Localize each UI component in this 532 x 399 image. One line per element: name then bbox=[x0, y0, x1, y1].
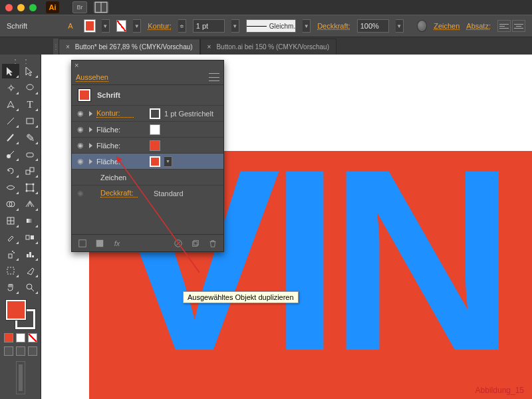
clear-appearance-icon[interactable] bbox=[173, 238, 184, 249]
symbol-sprayer-tool[interactable] bbox=[2, 247, 19, 261]
mesh-tool[interactable] bbox=[2, 213, 19, 228]
stroke-swatch-icon[interactable] bbox=[150, 108, 160, 119]
stroke-profile-dropdown[interactable]: ▼ bbox=[303, 19, 311, 33]
stroke-weight-input[interactable] bbox=[193, 19, 225, 33]
fill-swatch-icon[interactable] bbox=[150, 124, 160, 135]
fill-swatch[interactable] bbox=[84, 20, 95, 32]
new-art-basic-icon[interactable] bbox=[77, 238, 88, 249]
appearance-row-kontur[interactable]: ◉ Kontur: 1 pt Gestrichelt bbox=[72, 105, 223, 121]
eraser-tool[interactable] bbox=[21, 147, 39, 162]
duplicate-item-icon[interactable] bbox=[190, 238, 201, 249]
new-art-maintain-icon[interactable] bbox=[94, 238, 105, 249]
row-label[interactable]: Kontur: bbox=[96, 109, 134, 118]
fill-dropdown[interactable]: ▼ bbox=[102, 19, 110, 33]
rotate-tool[interactable] bbox=[2, 164, 19, 178]
screen-mode-button[interactable] bbox=[16, 361, 25, 394]
color-mode[interactable] bbox=[4, 333, 13, 342]
rectangle-tool[interactable] bbox=[21, 114, 39, 128]
line-tool[interactable] bbox=[2, 114, 19, 128]
fill-stroke-control[interactable] bbox=[6, 300, 35, 329]
stroke-dropdown[interactable]: ▼ bbox=[133, 19, 141, 33]
opacity-link[interactable]: Deckkraft: bbox=[317, 22, 350, 30]
expand-icon[interactable] bbox=[89, 143, 92, 148]
type-tool[interactable]: T bbox=[21, 97, 39, 112]
stroke-swatch[interactable] bbox=[116, 20, 127, 32]
gradient-mode[interactable] bbox=[16, 333, 25, 342]
fill-swatch-icon[interactable] bbox=[150, 140, 160, 151]
scale-tool[interactable] bbox=[21, 164, 39, 178]
close-tab-icon[interactable]: × bbox=[66, 43, 70, 51]
selection-tool[interactable] bbox=[2, 64, 19, 78]
kontur-link[interactable]: Kontur: bbox=[148, 22, 171, 30]
visibility-icon[interactable]: ◉ bbox=[76, 125, 85, 134]
svg-point-13 bbox=[33, 190, 35, 192]
zoom-tool[interactable] bbox=[21, 280, 39, 295]
hand-tool[interactable] bbox=[2, 280, 19, 295]
appearance-row-fill-1[interactable]: ◉ Fläche: bbox=[72, 121, 223, 137]
document-tab-inactive[interactable]: × Button.ai bei 150 % (CMYK/Vorschau) bbox=[200, 39, 336, 55]
direct-selection-tool[interactable] bbox=[21, 64, 39, 78]
pencil-tool[interactable]: ✎ bbox=[21, 130, 39, 145]
expand-icon[interactable] bbox=[89, 111, 92, 116]
fill-swatch-icon[interactable] bbox=[150, 156, 160, 167]
draw-normal[interactable] bbox=[4, 346, 13, 356]
minimize-window[interactable] bbox=[17, 4, 25, 11]
swatch-dropdown-icon[interactable]: ▼ bbox=[164, 156, 172, 167]
close-tab-icon[interactable]: × bbox=[207, 43, 211, 51]
shape-builder-tool[interactable] bbox=[2, 197, 19, 211]
none-mode[interactable] bbox=[28, 333, 37, 342]
close-window[interactable] bbox=[5, 4, 13, 11]
bridge-button[interactable]: Br bbox=[72, 1, 87, 13]
absatz-link[interactable]: Absatz: bbox=[466, 22, 491, 30]
stroke-weight-dropdown[interactable]: ▼ bbox=[231, 19, 239, 33]
visibility-icon[interactable]: ◉ bbox=[76, 109, 85, 118]
document-tab-active[interactable]: × Button* bei 267,89 % (CMYK/Vorschau) bbox=[59, 39, 200, 55]
opacity-dropdown[interactable]: ▼ bbox=[396, 19, 404, 33]
free-transform-tool[interactable] bbox=[21, 180, 39, 195]
draw-inside[interactable] bbox=[28, 346, 37, 356]
lasso-tool[interactable] bbox=[21, 80, 39, 95]
appearance-row-fill-2[interactable]: ◉ Fläche: bbox=[72, 137, 223, 153]
panel-tab-aussehen[interactable]: Aussehen bbox=[76, 73, 108, 82]
tabrow-handle[interactable]: ⋮ bbox=[53, 39, 59, 55]
delete-item-icon[interactable] bbox=[207, 238, 218, 249]
zoom-window[interactable] bbox=[29, 4, 37, 11]
draw-behind[interactable] bbox=[16, 346, 25, 356]
row-label[interactable]: Deckkraft: bbox=[100, 189, 138, 198]
eyedropper-tool[interactable] bbox=[2, 230, 19, 245]
arrange-documents-button[interactable] bbox=[94, 1, 108, 13]
stroke-profile[interactable]: Gleichm. bbox=[246, 19, 296, 33]
expand-icon[interactable] bbox=[89, 127, 92, 132]
appearance-row-zeichen[interactable]: Zeichen bbox=[72, 169, 223, 185]
paintbrush-tool[interactable] bbox=[2, 130, 19, 145]
visibility-icon[interactable]: ◉ bbox=[76, 157, 85, 166]
blend-tool[interactable] bbox=[21, 230, 39, 245]
magic-wand-tool[interactable]: ✧ bbox=[2, 80, 19, 95]
document-tab-row: ⋮ × Button* bei 267,89 % (CMYK/Vorschau)… bbox=[0, 37, 532, 55]
align-center-button[interactable] bbox=[512, 20, 525, 32]
recolor-artwork-icon[interactable] bbox=[417, 20, 428, 32]
perspective-grid-tool[interactable] bbox=[21, 197, 39, 211]
blob-brush-tool[interactable] bbox=[2, 147, 19, 162]
appearance-panel[interactable]: × Aussehen Schrift ◉ Kontur: 1 pt Gestri… bbox=[71, 60, 224, 252]
appearance-row-opacity[interactable]: ◉ Deckkraft: Standard bbox=[72, 185, 223, 201]
column-graph-tool[interactable] bbox=[21, 247, 39, 261]
width-tool[interactable] bbox=[2, 180, 19, 195]
fx-button[interactable]: fx bbox=[112, 238, 122, 249]
appearance-row-fill-3-selected[interactable]: ◉ Fläche: ▼ bbox=[72, 153, 223, 169]
gradient-tool[interactable] bbox=[21, 213, 39, 228]
stroke-weight-stepper[interactable]: ≑ bbox=[178, 19, 186, 33]
panel-menu-icon[interactable] bbox=[209, 73, 219, 81]
zeichen-link[interactable]: Zeichen bbox=[434, 22, 460, 30]
opacity-input[interactable] bbox=[357, 19, 389, 33]
visibility-icon[interactable]: ◉ bbox=[76, 141, 85, 150]
slice-tool[interactable] bbox=[21, 263, 39, 278]
align-left-button[interactable] bbox=[497, 20, 511, 32]
panel-close-icon[interactable]: × bbox=[74, 61, 78, 69]
visibility-icon[interactable]: ◉ bbox=[76, 189, 85, 198]
svg-point-11 bbox=[33, 184, 35, 186]
expand-icon[interactable] bbox=[89, 159, 92, 164]
fill-box[interactable] bbox=[6, 300, 26, 320]
artboard-tool[interactable] bbox=[2, 263, 19, 278]
pen-tool[interactable] bbox=[2, 97, 19, 112]
